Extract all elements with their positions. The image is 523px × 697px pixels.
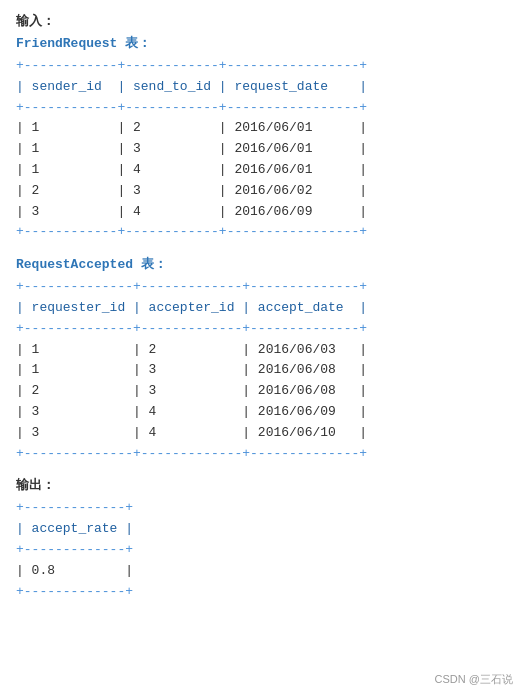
ra-separator-top: +--------------+-------------+----------… bbox=[16, 277, 507, 298]
output-section: 输出： +-------------+ | accept_rate | +---… bbox=[16, 476, 507, 602]
fr-separator-bot: +------------+------------+-------------… bbox=[16, 222, 507, 243]
out-header: | accept_rate | bbox=[16, 519, 507, 540]
ra-header: | requester_id | accepter_id | accept_da… bbox=[16, 298, 507, 319]
out-separator-top: +-------------+ bbox=[16, 498, 507, 519]
ra-row-2: | 1 | 3 | 2016/06/08 | bbox=[16, 360, 507, 381]
out-separator-bot: +-------------+ bbox=[16, 582, 507, 603]
fr-separator-mid: +------------+------------+-------------… bbox=[16, 98, 507, 119]
request-accepted-table: RequestAccepted 表： +--------------+-----… bbox=[16, 255, 507, 464]
input-label: 输入： bbox=[16, 12, 507, 30]
ra-row-1: | 1 | 2 | 2016/06/03 | bbox=[16, 340, 507, 361]
fr-row-5: | 3 | 4 | 2016/06/09 | bbox=[16, 202, 507, 223]
friend-request-table: FriendRequest 表： +------------+---------… bbox=[16, 34, 507, 243]
fr-row-1: | 1 | 2 | 2016/06/01 | bbox=[16, 118, 507, 139]
out-separator-mid: +-------------+ bbox=[16, 540, 507, 561]
ra-separator-bot: +--------------+-------------+----------… bbox=[16, 444, 507, 465]
ra-separator-mid: +--------------+-------------+----------… bbox=[16, 319, 507, 340]
watermark: CSDN @三石说 bbox=[435, 672, 513, 687]
ra-row-4: | 3 | 4 | 2016/06/09 | bbox=[16, 402, 507, 423]
friend-request-label: FriendRequest 表： bbox=[16, 34, 507, 52]
ra-row-5: | 3 | 4 | 2016/06/10 | bbox=[16, 423, 507, 444]
ra-row-3: | 2 | 3 | 2016/06/08 | bbox=[16, 381, 507, 402]
out-row-1: | 0.8 | bbox=[16, 561, 507, 582]
fr-row-4: | 2 | 3 | 2016/06/02 | bbox=[16, 181, 507, 202]
fr-row-3: | 1 | 4 | 2016/06/01 | bbox=[16, 160, 507, 181]
fr-row-2: | 1 | 3 | 2016/06/01 | bbox=[16, 139, 507, 160]
request-accepted-label: RequestAccepted 表： bbox=[16, 255, 507, 273]
fr-separator-top: +------------+------------+-------------… bbox=[16, 56, 507, 77]
fr-header: | sender_id | send_to_id | request_date … bbox=[16, 77, 507, 98]
output-label: 输出： bbox=[16, 476, 507, 494]
